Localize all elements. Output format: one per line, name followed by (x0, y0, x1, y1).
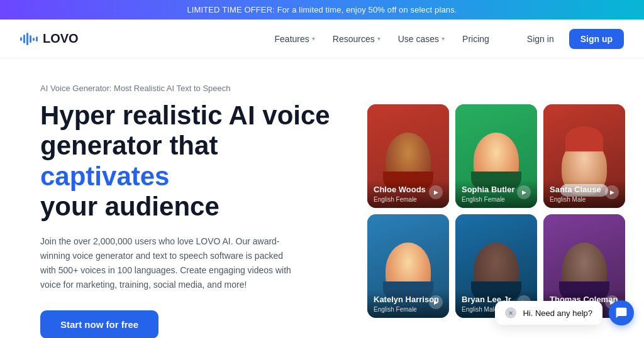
voice-card-katelyn[interactable]: Katelyn Harrison English Female ▶ (367, 214, 449, 318)
chevron-down-icon: ▾ (441, 35, 445, 42)
cta-button[interactable]: Start now for free (40, 310, 158, 338)
hero-section: AI Voice Generator: Most Realistic AI Te… (0, 58, 644, 338)
chat-message: Hi. Need any help? (523, 308, 592, 318)
promo-banner: LIMITED TIME OFFER: For a limited time, … (0, 0, 644, 19)
voice-card-santa[interactable]: Santa Clause English Male ▶ (543, 104, 625, 208)
logo-icon (20, 32, 38, 46)
nav-features[interactable]: Features ▾ (267, 29, 323, 49)
play-button-santa[interactable]: ▶ (605, 185, 619, 199)
play-button-sophia[interactable]: ▶ (517, 185, 531, 199)
banner-text: LIMITED TIME OFFER: For a limited time, … (187, 5, 457, 14)
voice-cards-grid: Chloe Woods English Female ▶ Sophia Butl… (342, 104, 625, 318)
close-icon[interactable]: ✕ (505, 307, 516, 319)
hero-title: Hyper realistic AI voice generator that … (40, 101, 342, 222)
svg-rect-4 (33, 38, 35, 41)
svg-rect-1 (23, 35, 25, 43)
nav-auth: Sign in Sign up (517, 29, 624, 49)
play-button-katelyn[interactable]: ▶ (429, 295, 443, 309)
hero-description: Join the over 2,000,000 users who love L… (40, 234, 292, 292)
chevron-down-icon: ▾ (377, 35, 380, 42)
voice-card-sophia[interactable]: Sophia Butler English Female ▶ (455, 104, 537, 208)
hero-highlight: captivates (40, 161, 169, 191)
svg-rect-5 (36, 36, 38, 41)
chevron-down-icon: ▾ (312, 35, 315, 42)
navbar: LOVO Features ▾ Resources ▾ Use cases ▾ … (0, 19, 644, 58)
chat-bubble: ✕ Hi. Need any help? (495, 301, 602, 325)
play-button-chloe[interactable]: ▶ (429, 185, 443, 199)
chat-button[interactable] (609, 300, 634, 325)
voice-card-chloe[interactable]: Chloe Woods English Female ▶ (367, 104, 449, 208)
svg-rect-0 (20, 37, 22, 41)
hero-subtitle: AI Voice Generator: Most Realistic AI Te… (40, 84, 342, 93)
nav-resources[interactable]: Resources ▾ (325, 29, 388, 49)
svg-rect-2 (26, 33, 28, 45)
nav-pricing[interactable]: Pricing (455, 29, 497, 49)
logo[interactable]: LOVO (20, 31, 79, 46)
svg-rect-3 (30, 35, 31, 43)
signup-button[interactable]: Sign up (569, 29, 624, 49)
nav-links: Features ▾ Resources ▾ Use cases ▾ Prici… (267, 29, 497, 49)
chat-widget: ✕ Hi. Need any help? (495, 300, 634, 325)
nav-usecases[interactable]: Use cases ▾ (391, 29, 452, 49)
logo-text: LOVO (43, 31, 79, 46)
signin-button[interactable]: Sign in (517, 29, 564, 49)
hero-content: AI Voice Generator: Most Realistic AI Te… (40, 84, 342, 338)
